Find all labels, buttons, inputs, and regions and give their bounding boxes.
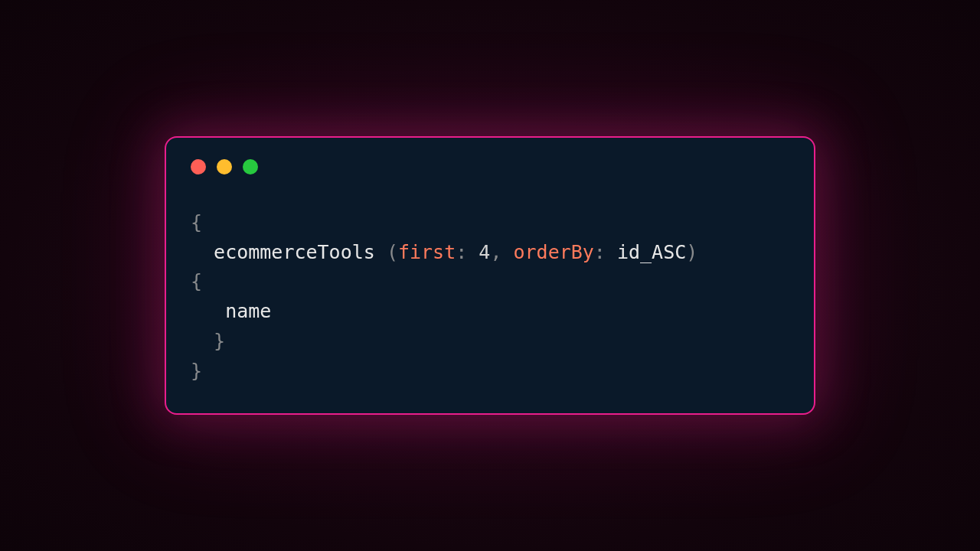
traffic-lights: [191, 159, 789, 174]
code-token: {: [191, 270, 202, 292]
code-token: 4: [479, 241, 490, 263]
code-token: :: [594, 241, 617, 263]
code-token: }: [214, 330, 225, 352]
code-token: orderBy: [514, 241, 594, 263]
code-token: }: [191, 360, 202, 382]
code-token: first: [398, 241, 456, 263]
maximize-icon[interactable]: [243, 159, 258, 174]
code-token: name: [225, 300, 271, 322]
code-window: { ecommerceTools (first: 4, orderBy: id_…: [165, 136, 815, 416]
code-token: :: [456, 241, 479, 263]
minimize-icon[interactable]: [217, 159, 232, 174]
code-token: [191, 330, 214, 352]
code-block: { ecommerceTools (first: 4, orderBy: id_…: [191, 208, 789, 386]
code-token: [191, 300, 225, 322]
code-token: (: [387, 241, 398, 263]
code-token: [191, 241, 214, 263]
code-token: ecommerceTools: [214, 241, 387, 263]
close-icon[interactable]: [191, 159, 206, 174]
code-token: ): [686, 241, 697, 263]
code-token: ,: [490, 241, 513, 263]
code-token: id_ASC: [617, 241, 686, 263]
code-token: {: [191, 211, 202, 233]
